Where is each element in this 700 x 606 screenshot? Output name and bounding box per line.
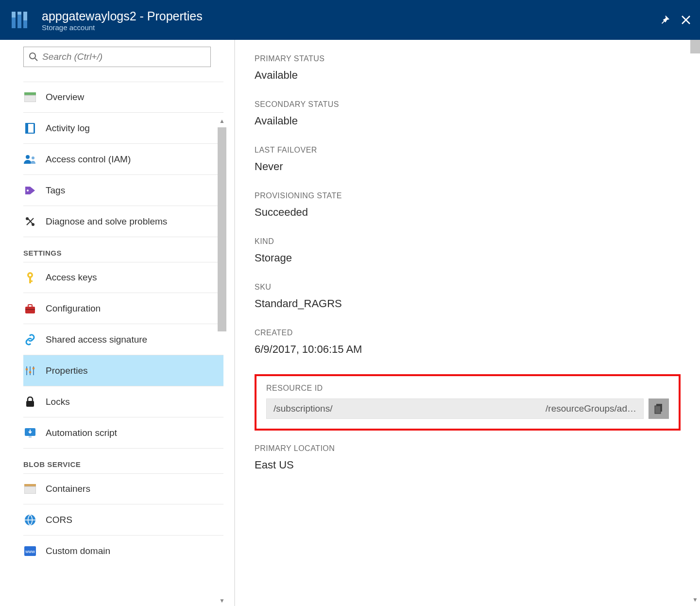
svg-rect-3 xyxy=(17,15,21,28)
sidebar-item-label: Configuration xyxy=(46,303,101,314)
field-label: LAST FAILOVER xyxy=(255,146,681,155)
svg-point-21 xyxy=(29,274,32,277)
storage-account-icon xyxy=(9,8,32,32)
sidebar-item-custom-domain[interactable]: www Custom domain xyxy=(23,536,223,567)
field-value: East US xyxy=(255,459,681,471)
sidebar-item-configuration[interactable]: Configuration xyxy=(23,293,223,324)
toolbox-icon xyxy=(23,302,37,315)
svg-rect-5 xyxy=(23,20,27,28)
sidebar-scrollbar[interactable]: ▲ ▼ xyxy=(218,127,226,596)
sidebar-item-locks[interactable]: Locks xyxy=(23,386,223,417)
sidebar-item-label: Containers xyxy=(46,484,90,494)
main-content: PRIMARY STATUS Available SECONDARY STATU… xyxy=(235,40,700,606)
sidebar-item-automation-script[interactable]: Automation script xyxy=(23,417,223,449)
sidebar-item-overview[interactable]: Overview xyxy=(23,82,223,113)
field-label: CREATED xyxy=(255,329,681,337)
pin-icon[interactable] xyxy=(659,15,670,25)
resource-id-highlight: RESOURCE ID /subscriptions/ /resourceGro… xyxy=(255,374,681,431)
svg-rect-14 xyxy=(25,123,28,134)
field-value: Available xyxy=(255,69,681,82)
resource-id-value-left: /subscriptions/ xyxy=(273,403,332,414)
svg-rect-23 xyxy=(29,280,33,282)
search-input-wrapper[interactable] xyxy=(23,47,211,67)
sidebar-item-access-keys[interactable]: Access keys xyxy=(23,262,223,293)
sidebar-item-label: Overview xyxy=(46,92,84,103)
sidebar-item-label: CORS xyxy=(46,515,72,525)
scroll-up-icon[interactable]: ▲ xyxy=(218,118,226,126)
svg-rect-1 xyxy=(12,17,16,28)
svg-rect-42 xyxy=(655,406,661,414)
svg-rect-26 xyxy=(25,309,35,310)
sliders-icon xyxy=(23,364,37,378)
nav-group-blob: BLOB SERVICE xyxy=(23,449,223,473)
svg-rect-11 xyxy=(24,95,36,102)
field-label: RESOURCE ID xyxy=(266,384,669,393)
copy-icon xyxy=(654,403,664,414)
sidebar: Overview Activity log Access control (IA… xyxy=(0,40,235,606)
svg-rect-35 xyxy=(29,436,32,438)
scrollbar-thumb[interactable] xyxy=(690,40,700,53)
field-label: SECONDARY STATUS xyxy=(255,100,681,109)
field-primary-location: PRIMARY LOCATION East US xyxy=(255,444,681,471)
svg-line-9 xyxy=(35,58,37,61)
svg-point-19 xyxy=(32,224,34,225)
sidebar-item-sas[interactable]: Shared access signature xyxy=(23,324,223,355)
field-primary-status: PRIMARY STATUS Available xyxy=(255,54,681,82)
field-label: PROVISIONING STATE xyxy=(255,191,681,200)
tag-icon xyxy=(23,184,37,197)
container-icon xyxy=(23,482,37,496)
resource-id-input[interactable]: /subscriptions/ /resourceGroups/ad… xyxy=(266,398,644,419)
field-value: Succeeded xyxy=(255,206,681,219)
sidebar-item-access-control[interactable]: Access control (IAM) xyxy=(23,144,223,175)
svg-rect-10 xyxy=(24,92,36,95)
field-kind: KIND Storage xyxy=(255,237,681,264)
sidebar-item-label: Properties xyxy=(46,365,88,376)
field-label: PRIMARY LOCATION xyxy=(255,444,681,453)
search-input[interactable] xyxy=(42,52,205,62)
sidebar-item-label: Access keys xyxy=(46,272,97,283)
sidebar-item-activity-log[interactable]: Activity log xyxy=(23,113,223,144)
main-scrollbar[interactable]: ▲ ▼ xyxy=(690,40,700,606)
lock-icon xyxy=(23,395,37,409)
key-icon xyxy=(23,271,37,284)
sidebar-item-properties[interactable]: Properties xyxy=(23,355,223,386)
field-value: Storage xyxy=(255,252,681,264)
sidebar-item-cors[interactable]: CORS xyxy=(23,504,223,536)
scroll-down-icon[interactable]: ▼ xyxy=(690,596,700,605)
field-last-failover: LAST FAILOVER Never xyxy=(255,146,681,173)
field-label: KIND xyxy=(255,237,681,246)
scroll-down-icon[interactable]: ▼ xyxy=(218,597,226,606)
scrollbar-thumb[interactable] xyxy=(218,127,226,331)
copy-button[interactable] xyxy=(649,398,669,419)
sidebar-item-label: Locks xyxy=(46,397,70,407)
field-value: 6/9/2017, 10:06:15 AM xyxy=(255,343,681,356)
close-icon[interactable] xyxy=(681,15,691,25)
field-secondary-status: SECONDARY STATUS Available xyxy=(255,100,681,127)
svg-point-15 xyxy=(26,155,30,159)
sidebar-item-containers[interactable]: Containers xyxy=(23,473,223,504)
field-sku: SKU Standard_RAGRS xyxy=(255,283,681,310)
sidebar-item-diagnose[interactable]: Diagnose and solve problems xyxy=(23,206,223,237)
nav-group-settings: SETTINGS xyxy=(23,237,223,262)
svg-point-8 xyxy=(30,53,35,59)
field-label: SKU xyxy=(255,283,681,292)
sidebar-item-tags[interactable]: Tags xyxy=(23,175,223,206)
svg-rect-33 xyxy=(26,401,34,407)
globe-icon xyxy=(23,513,37,527)
svg-point-16 xyxy=(32,156,34,159)
blade-subtitle: Storage account xyxy=(42,23,659,32)
sidebar-item-label: Access control (IAM) xyxy=(46,154,131,165)
link-icon xyxy=(23,333,37,346)
sidebar-item-label: Tags xyxy=(46,185,65,196)
sidebar-item-label: Diagnose and solve problems xyxy=(46,216,167,227)
svg-text:www: www xyxy=(25,549,35,554)
blade-header: appgatewaylogs2 - Properties Storage acc… xyxy=(0,0,700,40)
svg-rect-31 xyxy=(29,371,31,373)
svg-rect-36 xyxy=(24,484,36,486)
svg-rect-24 xyxy=(25,307,35,313)
sidebar-item-label: Custom domain xyxy=(46,546,110,556)
www-icon: www xyxy=(23,544,37,558)
sidebar-item-label: Automation script xyxy=(46,428,117,438)
activity-log-icon xyxy=(23,121,37,135)
svg-point-17 xyxy=(27,190,29,191)
